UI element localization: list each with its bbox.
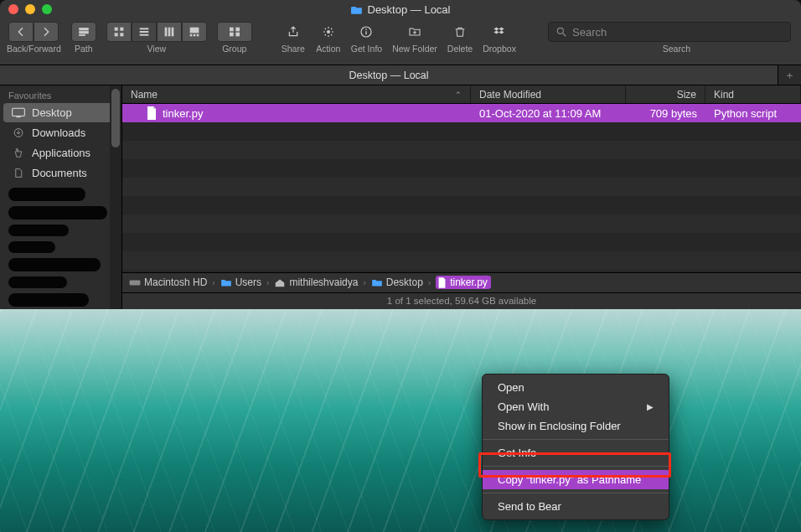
desktop-icon [12, 107, 25, 118]
get-info-label: Get Info [351, 44, 382, 54]
ctx-get-info[interactable]: Get Info [483, 443, 669, 462]
search-field[interactable] [548, 22, 791, 42]
delete-label: Delete [447, 44, 473, 54]
svg-rect-11 [168, 28, 170, 37]
documents-icon [12, 168, 25, 178]
path-button[interactable] [71, 22, 96, 42]
tab-title: Desktop — Local [349, 70, 428, 81]
window-close-button[interactable] [8, 4, 18, 14]
redacted-item [8, 225, 69, 236]
redacted-item [8, 276, 67, 288]
chevron-right-icon: › [265, 278, 271, 287]
path-seg-file[interactable]: tinker.py [436, 276, 491, 289]
file-kind: Python script [714, 107, 777, 120]
sidebar-item-label: Documents [32, 167, 87, 179]
column-date[interactable]: Date Modified [471, 85, 626, 103]
sidebar-item-label: Applications [32, 147, 90, 159]
window-minimize-button[interactable] [25, 4, 35, 14]
search-icon [556, 26, 567, 38]
group-button[interactable] [217, 22, 252, 42]
ctx-open[interactable]: Open [483, 378, 669, 397]
sidebar-item-documents[interactable]: Documents [3, 163, 118, 183]
forward-button[interactable] [34, 22, 59, 42]
window-zoom-button[interactable] [42, 4, 52, 14]
view-icons-button[interactable] [106, 22, 132, 42]
context-menu: Open Open With▶ Show in Enclosing Folder… [482, 374, 669, 520]
sidebar-scrollbar[interactable] [110, 85, 121, 309]
sidebar-item-desktop[interactable]: Desktop [3, 103, 118, 122]
redacted-item [8, 241, 55, 253]
search-input[interactable] [572, 26, 783, 39]
file-row[interactable]: tinker.py 01-Oct-2020 at 11:09 AM 709 by… [122, 104, 801, 122]
chevron-right-icon: ▶ [647, 402, 654, 411]
chevron-right-icon: › [426, 278, 432, 287]
dropbox-button[interactable] [487, 22, 512, 42]
path-seg-hd[interactable]: Macintosh HD [129, 276, 207, 288]
svg-rect-16 [196, 34, 199, 37]
svg-rect-12 [171, 28, 173, 37]
chevron-right-icon: › [361, 278, 367, 287]
sidebar-item-downloads[interactable]: Downloads [3, 123, 118, 142]
redacted-item [8, 188, 85, 201]
share-button[interactable] [281, 22, 306, 42]
new-folder-label: New Folder [392, 44, 437, 54]
svg-rect-4 [120, 28, 123, 31]
redacted-item [8, 258, 101, 271]
folder-icon [351, 5, 363, 14]
file-list: tinker.py 01-Oct-2020 at 11:09 AM 709 by… [122, 104, 801, 272]
back-button[interactable] [8, 22, 34, 42]
path-seg-user[interactable]: mithileshvaidya [274, 276, 358, 288]
ctx-copy-pathname[interactable]: Copy “tinker.py” as Pathname [483, 470, 669, 489]
share-label: Share [282, 44, 305, 54]
svg-rect-0 [79, 28, 88, 30]
column-kind[interactable]: Kind [705, 85, 801, 103]
action-button[interactable] [316, 22, 341, 42]
column-size[interactable]: Size [626, 85, 705, 103]
view-label: View [147, 44, 166, 54]
svg-rect-1 [79, 31, 88, 34]
sidebar-item-label: Desktop [32, 106, 72, 119]
sidebar: Favourites Desktop Downloads Application… [0, 85, 122, 309]
ctx-separator [483, 439, 669, 440]
sidebar-item-applications[interactable]: Applications [3, 143, 118, 163]
column-name[interactable]: Name⌃ [122, 85, 471, 103]
file-icon [146, 106, 158, 120]
svg-point-25 [557, 28, 563, 34]
ctx-show-enclosing[interactable]: Show in Enclosing Folder [483, 416, 669, 436]
window-title: Desktop — Local [368, 3, 451, 16]
titlebar: Desktop — Local [0, 0, 801, 18]
status-bar: 1 of 1 selected, 59.64 GB available [122, 292, 801, 309]
file-date: 01-Oct-2020 at 11:09 AM [479, 107, 601, 120]
folder-icon [371, 278, 383, 287]
view-columns-button[interactable] [157, 22, 182, 42]
new-tab-button[interactable]: ＋ [778, 65, 801, 85]
ctx-open-with[interactable]: Open With▶ [483, 397, 669, 416]
search-label: Search [663, 44, 791, 54]
view-gallery-button[interactable] [182, 22, 207, 42]
tab-strip: Desktop — Local ＋ [0, 65, 801, 85]
delete-button[interactable] [447, 22, 473, 42]
path-label: Path [75, 44, 93, 54]
path-seg-users[interactable]: Users [220, 276, 261, 288]
redacted-item [8, 293, 89, 307]
svg-rect-10 [164, 28, 167, 37]
sidebar-item-label: Downloads [32, 127, 85, 139]
svg-point-21 [327, 30, 330, 34]
dropbox-label: Dropbox [483, 44, 516, 54]
file-name: tinker.py [163, 107, 203, 120]
get-info-button[interactable] [354, 22, 379, 42]
redacted-item [8, 206, 107, 220]
path-seg-desktop[interactable]: Desktop [371, 276, 423, 288]
downloads-icon [12, 127, 25, 138]
view-list-button[interactable] [132, 22, 157, 42]
toolbar: Back/Forward Path View Group Share [0, 18, 801, 65]
ctx-send-to-bear[interactable]: Send to Bear [483, 497, 669, 516]
file-size: 709 bytes [650, 107, 697, 120]
back-forward-label: Back/Forward [7, 44, 61, 54]
svg-rect-8 [139, 31, 148, 33]
svg-rect-19 [235, 28, 240, 32]
tab-desktop[interactable]: Desktop — Local [0, 65, 778, 85]
new-folder-button[interactable] [402, 22, 427, 42]
svg-rect-15 [193, 34, 195, 37]
svg-rect-2 [79, 34, 85, 35]
